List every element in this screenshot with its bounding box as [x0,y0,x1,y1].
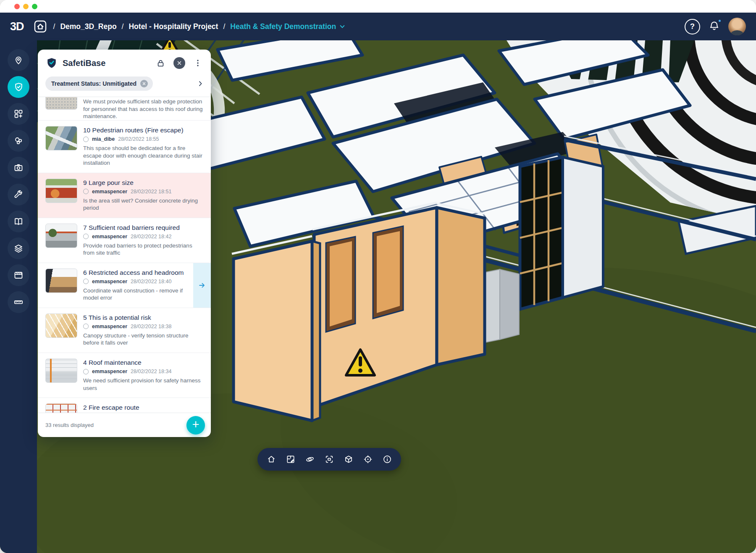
breadcrumb: / Demo_3D_Repo / Hotel - Hospitality Pro… [53,22,346,31]
sidebar-item-location[interactable] [8,49,29,71]
lock-icon [156,58,165,68]
list-item[interactable]: 5 This is a potential risk emmaspencer 2… [38,308,211,353]
item-title: 9 Large pour size [83,179,203,187]
sidebar-item-layers[interactable] [8,237,29,259]
close-window-button[interactable] [14,4,20,9]
item-timestamp: 28/02/2022 18:40 [131,279,171,284]
item-timestamp: 28/02/2022 18:34 [131,369,171,374]
treatment-status-filter-chip[interactable]: Treatment Status: Unmitigated [45,76,153,91]
floorplan-button[interactable] [282,450,299,468]
breadcrumb-item-repo[interactable]: Demo_3D_Repo [60,22,116,31]
user-avatar[interactable] [728,18,746,35]
zoom-window-button[interactable] [32,4,37,9]
list-item[interactable]: 7 Sufficient road barriers required emma… [38,218,211,263]
item-title: 2 Fire escape route [83,404,203,411]
target-button[interactable] [359,450,377,468]
item-thumbnail [45,97,77,110]
item-thumbnail [45,126,77,150]
list-item[interactable]: 10 Pedestrian routes (Fire escape) mia_d… [38,121,211,173]
item-title: 7 Sufficient road barriers required [83,224,203,232]
risk-list: We must provide sufficient slab edge pro… [38,97,211,413]
status-circle-icon [83,279,89,284]
panel-title: SafetiBase [63,58,150,68]
item-thumbnail [45,358,77,383]
close-panel-button[interactable] [172,55,187,71]
plus-icon: + [192,419,200,431]
list-item[interactable]: 9 Large pour size emmaspencer 28/02/2022… [38,173,211,218]
item-timestamp: 28/02/2022 18:51 [131,189,171,195]
item-description: Is the area still wet? Consider concrete… [83,197,203,212]
list-item[interactable]: 4 Roof maintenance emmaspencer 28/02/202… [38,353,211,398]
item-description: Coordinate wall construction - remove if… [83,287,186,302]
add-risk-button[interactable]: + [186,416,205,434]
orbit-button[interactable] [301,450,319,468]
status-circle-icon [83,369,89,374]
item-timestamp: 28/02/2022 18:42 [131,234,171,240]
scan-button[interactable] [320,450,338,468]
panel-footer: 33 results displayed + [38,413,211,437]
help-button[interactable]: ? [685,19,700,34]
safetibase-panel: SafetiBase Treatment Status: Unmitigated [38,50,211,437]
chevron-right-icon[interactable] [197,80,204,87]
scan-icon [325,455,334,464]
status-circle-icon [83,137,89,142]
wrench-icon [13,190,24,200]
breadcrumb-item-view[interactable]: Heath & Safety Demonstration [230,22,346,31]
model-box-icon [344,455,353,464]
item-thumbnail [45,403,77,413]
item-author: emmaspencer [92,369,127,374]
item-thumbnail [45,224,77,248]
spheres-icon [13,136,24,146]
camera-icon [13,163,24,173]
viewport-home-button[interactable] [262,450,280,468]
item-description: Canopy structure - verify tension struct… [83,332,203,347]
breadcrumb-item-project[interactable]: Hotel - Hospitality Project [129,22,218,31]
list-item[interactable]: 6 Restricted access and headroom emmaspe… [38,263,211,308]
item-author: emmaspencer [92,279,127,284]
item-thumbnail [45,269,77,293]
item-description: This space should be dedicated for a fir… [83,145,203,167]
status-circle-icon [83,324,89,329]
breadcrumb-separator: / [53,22,55,31]
app-logo[interactable]: 3D [10,20,24,33]
notifications-button[interactable] [708,19,721,34]
panel-header: SafetiBase [38,50,211,75]
item-timestamp: 28/02/2022 18:38 [131,324,171,329]
item-author: emmaspencer [92,234,127,240]
sidebar-item-safetibase[interactable] [8,76,29,98]
arrow-right-icon [198,281,206,290]
lock-button[interactable] [154,57,167,70]
sidebar-item-tools[interactable] [8,184,29,205]
item-thumbnail [45,313,77,338]
navbar-actions: ? [685,18,746,35]
sidebar-item-book[interactable] [8,211,29,232]
item-timestamp: 28/02/2022 18:55 [118,136,159,142]
minimize-window-button[interactable] [23,4,29,9]
item-author: emmaspencer [92,189,127,195]
item-description: We must provide sufficient slab edge pro… [83,98,203,120]
info-icon [383,455,392,464]
sidebar-item-grid-add[interactable] [8,103,29,125]
info-button[interactable] [378,450,396,468]
sidebar-item-camera[interactable] [8,157,29,179]
home-icon [33,19,47,34]
remove-filter-button[interactable] [140,80,148,87]
home-button[interactable] [33,19,47,34]
notification-dot [717,18,722,23]
sidebar-item-sequences[interactable] [8,264,29,286]
item-author: mia_dibe [92,136,115,142]
close-icon [142,82,146,86]
shield-logo-icon [45,57,58,69]
location-pin-icon [13,55,24,65]
item-thumbnail [45,179,77,203]
list-item[interactable]: 2 Fire escape route mia_dibe 28/02/2022 … [38,398,211,413]
panel-menu-button[interactable] [192,57,204,69]
open-item-action[interactable] [193,263,211,308]
model-box-button[interactable] [340,450,357,468]
results-count: 33 results displayed [45,422,94,428]
sidebar-item-measure[interactable] [8,291,29,313]
list-item-partial[interactable]: We must provide sufficient slab edge pro… [38,97,211,121]
orbit-icon [305,455,315,464]
window-titlebar [0,0,756,13]
sidebar-item-spheres[interactable] [8,130,29,152]
